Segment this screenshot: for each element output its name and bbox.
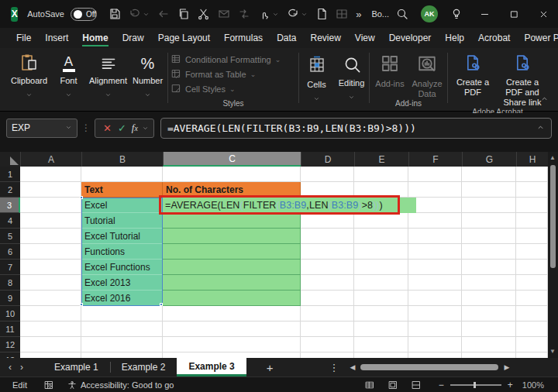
ribbon-group-number[interactable]: % Number [128, 48, 167, 111]
cell-G3[interactable] [462, 198, 516, 213]
row-header-2[interactable]: 2 [0, 182, 20, 198]
collapse-ribbon-icon[interactable] [540, 92, 549, 106]
row-header-4[interactable]: 4 [0, 213, 20, 229]
cell-F1[interactable] [408, 167, 462, 182]
cell-H4[interactable] [516, 213, 548, 229]
cell-G12[interactable] [462, 337, 516, 352]
cell-E2[interactable] [354, 182, 408, 198]
cell-H11[interactable] [516, 322, 548, 337]
row-header-1[interactable]: 1 [0, 167, 20, 182]
cell-G11[interactable] [462, 322, 516, 337]
cell-E13[interactable] [354, 352, 408, 358]
cell-A5[interactable] [20, 229, 81, 244]
cell-H12[interactable] [516, 337, 548, 352]
select-all-button[interactable] [0, 152, 20, 167]
cell-E6[interactable] [354, 244, 408, 260]
cell-G9[interactable] [462, 291, 516, 306]
cell-C4[interactable] [163, 213, 301, 229]
cell-F5[interactable] [408, 229, 462, 244]
ribbon-button-analyze-data[interactable]: Analyze Data [408, 48, 446, 99]
cell-D7[interactable] [301, 260, 354, 275]
search-icon[interactable] [389, 3, 415, 25]
redo-icon[interactable] [283, 5, 312, 22]
scroll-down-icon[interactable]: ▼ [548, 348, 557, 355]
row-header-11[interactable]: 11 [0, 322, 20, 337]
cell-F10[interactable] [408, 306, 462, 322]
row-header-10[interactable]: 10 [0, 306, 20, 322]
lightbulb-icon[interactable] [443, 3, 470, 25]
row-header-5[interactable]: 5 [0, 229, 20, 244]
ribbon-button-create-a-pdf[interactable]: Create a PDF [448, 48, 498, 108]
column-header-E[interactable]: E [354, 152, 408, 167]
cell-G10[interactable] [462, 306, 516, 322]
cell-C1[interactable] [163, 167, 301, 182]
cell-A11[interactable] [20, 322, 81, 337]
row-header-8[interactable]: 8 [0, 275, 20, 291]
scroll-left-icon[interactable]: ◀ [350, 363, 356, 371]
cell-C5[interactable] [163, 229, 301, 244]
minimize-button[interactable] [470, 0, 499, 28]
scroll-right-icon[interactable]: ▶ [504, 363, 509, 371]
cell-A6[interactable] [20, 244, 81, 260]
menu-tab-review[interactable]: Review [303, 29, 347, 47]
vertical-scrollbar[interactable]: ▲ ▼ [548, 152, 558, 358]
row-header-12[interactable]: 12 [0, 337, 20, 352]
replace-icon[interactable] [234, 5, 254, 22]
ribbon-group-clipboard[interactable]: Clipboard [9, 48, 49, 111]
formula-input[interactable]: =AVERAGE(LEN(FILTER(B3:B9,LEN(B3:B9)>8))… [160, 118, 552, 139]
confirm-entry-button[interactable]: ✓ [115, 122, 129, 134]
cell-F3[interactable] [408, 198, 462, 213]
menu-tab-draw[interactable]: Draw [115, 29, 151, 47]
cell-H8[interactable] [516, 275, 548, 291]
cell-H6[interactable] [516, 244, 548, 260]
cell-F4[interactable] [408, 213, 462, 229]
undo-icon[interactable] [125, 5, 153, 22]
cell-H2[interactable] [516, 182, 548, 198]
cell-G8[interactable] [462, 275, 516, 291]
cell-B13[interactable] [81, 352, 163, 358]
zoom-level[interactable]: 100% [522, 380, 544, 390]
accessibility-icon[interactable] [67, 380, 77, 390]
touch-icon[interactable] [254, 5, 283, 22]
next-sheet-icon[interactable]: › [20, 362, 32, 373]
autosave-toggle[interactable]: Off [71, 8, 97, 21]
accessibility-status[interactable]: Accessibility: Good to go [81, 380, 174, 390]
column-header-D[interactable]: D [301, 152, 354, 167]
name-box[interactable]: EXP [6, 119, 78, 138]
cell-E1[interactable] [354, 167, 408, 182]
column-header-C[interactable]: C [163, 152, 301, 167]
overflow-icon[interactable]: » [352, 5, 365, 22]
menu-tab-formulas[interactable]: Formulas [217, 29, 270, 47]
ribbon-group-font[interactable]: A Font [49, 48, 88, 111]
cell-B7[interactable]: Excel Functions [81, 260, 163, 275]
zoom-in-button[interactable]: + [508, 380, 513, 390]
save-icon[interactable] [105, 5, 125, 22]
menu-tab-file[interactable]: File [9, 29, 38, 47]
cell-C2[interactable]: No. of Characters [163, 182, 301, 198]
cell-B8[interactable]: Excel 2013 [81, 275, 163, 291]
cell-F13[interactable] [408, 352, 462, 358]
cell-D12[interactable] [301, 337, 354, 352]
cell-B12[interactable] [81, 337, 163, 352]
cell-A1[interactable] [20, 167, 81, 182]
cell-C11[interactable] [163, 322, 301, 337]
close-button[interactable] [529, 0, 558, 28]
zoom-out-button[interactable]: − [439, 380, 444, 390]
cell-H9[interactable] [516, 291, 548, 306]
cell-F12[interactable] [408, 337, 462, 352]
cell-C8[interactable] [163, 275, 301, 291]
cell-H7[interactable] [516, 260, 548, 275]
cell-E4[interactable] [354, 213, 408, 229]
zoom-slider-thumb[interactable] [474, 382, 476, 388]
row-header-9[interactable]: 9 [0, 291, 20, 306]
new-file-icon[interactable] [312, 5, 332, 22]
page-break-view-icon[interactable] [405, 380, 428, 390]
cell-B6[interactable]: Functions [81, 244, 163, 260]
cell-G5[interactable] [462, 229, 516, 244]
cell-G7[interactable] [462, 260, 516, 275]
sheet-tab-example-3[interactable]: Example 3 [177, 358, 246, 377]
menu-tab-home[interactable]: Home [75, 29, 115, 47]
chevron-down-icon[interactable] [65, 122, 72, 133]
cell-G13[interactable] [462, 352, 516, 358]
ribbon-button-cell-styles[interactable]: Cell Styles ⌄ [168, 81, 298, 96]
